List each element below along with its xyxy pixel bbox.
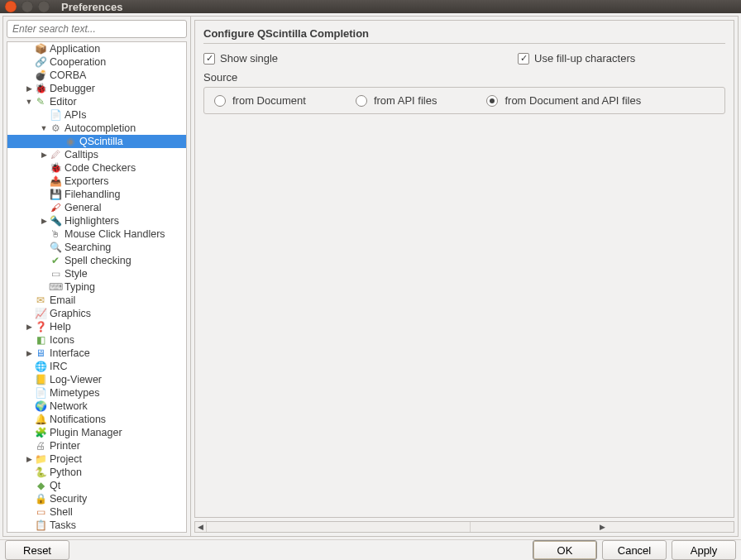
tree-item-icon: 🐍: [34, 466, 47, 479]
expand-arrow-icon[interactable]: ▶: [39, 148, 49, 161]
tree-item-debugger[interactable]: ▶🐞Debugger: [7, 82, 186, 95]
scroll-left-icon[interactable]: ◀: [195, 522, 207, 532]
radio-from-api[interactable]: from API files: [356, 94, 437, 107]
apply-button[interactable]: Apply: [672, 540, 736, 560]
tree-item-label: Highlighters: [65, 214, 119, 227]
tree-item-application[interactable]: 📦Application: [7, 42, 186, 55]
tree-item-icon: 🖌: [49, 201, 62, 214]
window-controls: [5, 1, 50, 12]
ok-button[interactable]: OK: [533, 540, 597, 560]
radio-from-document[interactable]: from Document: [214, 94, 306, 107]
tree-item-shell[interactable]: ▭Shell: [7, 505, 186, 519]
tree-item-icons[interactable]: ◧Icons: [7, 333, 186, 347]
tree-item-highlighters[interactable]: ▶🔦Highlighters: [7, 214, 186, 227]
tree-item-editor[interactable]: ▼✎Editor: [7, 95, 186, 108]
tree-item-icon: 🖨: [34, 439, 47, 452]
tree-item-icon: ✎: [34, 95, 47, 108]
tree-item-plugin-manager[interactable]: 🧩Plugin Manager: [7, 426, 186, 439]
tree-item-notifications[interactable]: 🔔Notifications: [7, 413, 186, 426]
tree-item-icon: 📄: [34, 386, 47, 400]
titlebar: Preferences: [0, 0, 741, 13]
tree-item-icon: ⚙: [49, 122, 62, 135]
tree-item-email[interactable]: ✉Email: [7, 294, 186, 307]
check-show-single[interactable]: ✓ Show single: [203, 52, 278, 65]
expand-arrow-icon[interactable]: ▼: [24, 95, 34, 108]
reset-button[interactable]: Reset: [5, 540, 69, 560]
tree-item-calltips[interactable]: ▶🖉Calltips: [7, 148, 186, 161]
tree-item-printer[interactable]: 🖨Printer: [7, 439, 186, 452]
tree-item-security[interactable]: 🔒Security: [7, 492, 186, 505]
tree-item-typing[interactable]: ⌨Typing: [7, 280, 186, 294]
tree-item-qt[interactable]: ◆Qt: [7, 479, 186, 492]
tree-item-help[interactable]: ▶❓Help: [7, 320, 186, 333]
tree-item-irc[interactable]: 🌐IRC: [7, 360, 186, 373]
minimize-icon[interactable]: [22, 1, 33, 12]
expand-arrow-icon[interactable]: ▼: [39, 122, 49, 135]
tree-scroll[interactable]: 📦Application🔗Cooperation💣CORBA▶🐞Debugger…: [7, 41, 187, 533]
scroll-track[interactable]: [207, 522, 470, 532]
tree-item-log-viewer[interactable]: 📒Log-Viewer: [7, 373, 186, 386]
tree-item-label: General: [65, 201, 101, 214]
search-input[interactable]: [7, 20, 187, 38]
scroll-right-icon[interactable]: ▶: [470, 522, 734, 532]
tree-item-icon: 💾: [49, 188, 62, 201]
tree-item-icon: 🐞: [49, 161, 62, 175]
tree-item-label: Security: [50, 492, 87, 505]
expand-arrow-icon[interactable]: ▶: [24, 347, 34, 360]
tree-item-label: Cooperation: [50, 55, 106, 69]
tree-item-apis[interactable]: 📄APIs: [7, 108, 186, 122]
tree-item-icon: ▭: [49, 267, 62, 280]
tree-item-icon: 🔍: [49, 241, 62, 254]
tree-item-icon: 🖥: [34, 347, 47, 360]
tree-item-tasks[interactable]: 📋Tasks: [7, 519, 186, 532]
tree-item-label: Searching: [65, 241, 111, 254]
tree-item-label: Debugger: [50, 82, 95, 95]
close-icon[interactable]: [5, 1, 17, 12]
config-title: Configure QScintilla Completion: [203, 27, 725, 44]
expand-arrow-icon[interactable]: ▶: [24, 452, 34, 466]
radio-from-both[interactable]: from Document and API files: [486, 94, 641, 107]
tree-item-icon: 🌍: [34, 400, 47, 413]
check-use-fillup[interactable]: ✓ Use fill-up characters: [518, 52, 635, 65]
expand-arrow-icon[interactable]: ▶: [39, 214, 49, 227]
tree-item-mouse-click-handlers[interactable]: 🖱Mouse Click Handlers: [7, 227, 186, 241]
tree-item-qscintilla[interactable]: ◉QScintilla: [7, 135, 186, 148]
expand-arrow-icon[interactable]: ▶: [24, 82, 34, 95]
cancel-button[interactable]: Cancel: [602, 540, 667, 560]
expand-arrow-icon[interactable]: ▶: [24, 320, 34, 333]
tree-item-corba[interactable]: 💣CORBA: [7, 69, 186, 82]
tree-item-icon: 🧩: [34, 426, 47, 439]
tree-item-cooperation[interactable]: 🔗Cooperation: [7, 55, 186, 69]
horizontal-scrollbar[interactable]: ◀ ▶: [194, 521, 734, 533]
tree-item-searching[interactable]: 🔍Searching: [7, 241, 186, 254]
button-bar: Reset OK Cancel Apply: [0, 539, 741, 560]
tree-item-graphics[interactable]: 📈Graphics: [7, 307, 186, 320]
tree-item-filehandling[interactable]: 💾Filehandling: [7, 188, 186, 201]
tree-item-icon: 🖉: [49, 148, 62, 161]
tree-item-label: Editor: [50, 95, 77, 108]
tree-item-label: IRC: [50, 360, 68, 373]
checkbox-icon: ✓: [203, 53, 215, 65]
config-pane: Configure QScintilla Completion ✓ Show s…: [194, 20, 734, 518]
tree-item-exporters[interactable]: 📤Exporters: [7, 175, 186, 188]
maximize-icon[interactable]: [38, 1, 50, 12]
tree-item-autocompletion[interactable]: ▼⚙Autocompletion: [7, 122, 186, 135]
window-title: Preferences: [61, 1, 122, 13]
tree-item-mimetypes[interactable]: 📄Mimetypes: [7, 386, 186, 400]
tree-item-icon: 📈: [34, 307, 47, 320]
tree-item-label: QScintilla: [79, 135, 123, 148]
tree-item-icon: 🌐: [34, 360, 47, 373]
tree-item-spell-checking[interactable]: ✔Spell checking: [7, 254, 186, 267]
tree-item-general[interactable]: 🖌General: [7, 201, 186, 214]
tree-item-label: Code Checkers: [65, 161, 136, 175]
tree-item-label: Mouse Click Handlers: [65, 227, 165, 241]
tree-item-interface[interactable]: ▶🖥Interface: [7, 347, 186, 360]
tree-item-network[interactable]: 🌍Network: [7, 400, 186, 413]
checkbox-icon: ✓: [518, 53, 529, 65]
checkbox-label: Show single: [220, 52, 278, 65]
tree-item-python[interactable]: 🐍Python: [7, 466, 186, 479]
tree-item-project[interactable]: ▶📁Project: [7, 452, 186, 466]
tree-item-code-checkers[interactable]: 🐞Code Checkers: [7, 161, 186, 175]
tree-item-label: Application: [50, 42, 100, 55]
tree-item-style[interactable]: ▭Style: [7, 267, 186, 280]
